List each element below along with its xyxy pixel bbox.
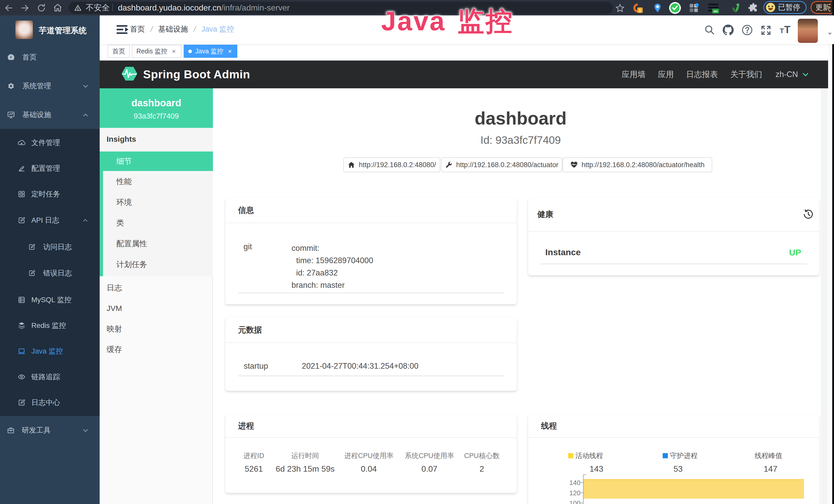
svg-text:on: on [714,9,718,13]
svg-text:1: 1 [639,8,641,13]
